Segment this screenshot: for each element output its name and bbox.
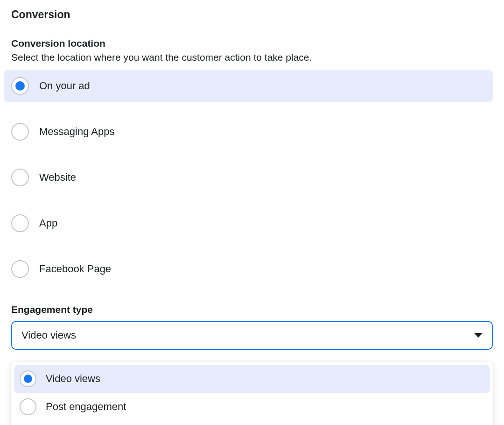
dropdown-option-event-responses[interactable]: Event responses bbox=[14, 421, 490, 425]
radio-icon bbox=[20, 398, 36, 415]
engagement-type-group: Engagement type Video views templates ba… bbox=[11, 304, 493, 425]
section-title: Conversion bbox=[11, 8, 493, 21]
conversion-location-description: Select the location where you want the c… bbox=[11, 52, 493, 63]
radio-icon bbox=[11, 260, 29, 278]
engagement-type-select-wrapper: Video views templates based on one or mo… bbox=[11, 321, 493, 425]
radio-icon bbox=[11, 123, 29, 141]
radio-option-app[interactable]: App bbox=[4, 207, 493, 240]
dropdown-label: Video views bbox=[46, 373, 100, 385]
engagement-type-dropdown: Video views Post engagement Event respon… bbox=[11, 362, 493, 425]
caret-down-icon bbox=[474, 333, 483, 338]
radio-label: On your ad bbox=[39, 80, 90, 92]
radio-label: Messaging Apps bbox=[39, 126, 114, 138]
conversion-location-options: On your ad Messaging Apps Website App Fa… bbox=[4, 70, 493, 285]
radio-icon bbox=[11, 77, 29, 95]
radio-label: Facebook Page bbox=[39, 263, 111, 275]
engagement-type-select[interactable]: Video views bbox=[11, 321, 493, 350]
select-value: Video views bbox=[21, 329, 76, 341]
conversion-location-label: Conversion location bbox=[11, 38, 493, 49]
radio-option-facebook-page[interactable]: Facebook Page bbox=[4, 253, 493, 285]
radio-label: Website bbox=[39, 171, 76, 184]
conversion-section: Conversion Conversion location Select th… bbox=[0, 0, 504, 425]
radio-icon bbox=[11, 214, 29, 232]
radio-option-on-your-ad[interactable]: On your ad bbox=[4, 70, 493, 102]
radio-option-messaging-apps[interactable]: Messaging Apps bbox=[4, 115, 493, 148]
radio-label: App bbox=[39, 217, 57, 229]
radio-option-website[interactable]: Website bbox=[4, 161, 493, 194]
conversion-location-group: Conversion location Select the location … bbox=[11, 38, 493, 285]
radio-icon bbox=[20, 370, 36, 387]
dropdown-option-video-views[interactable]: Video views bbox=[14, 365, 490, 393]
dropdown-option-post-engagement[interactable]: Post engagement bbox=[14, 393, 490, 421]
engagement-type-label: Engagement type bbox=[11, 304, 493, 315]
dropdown-label: Post engagement bbox=[46, 401, 126, 413]
radio-icon bbox=[11, 169, 29, 186]
